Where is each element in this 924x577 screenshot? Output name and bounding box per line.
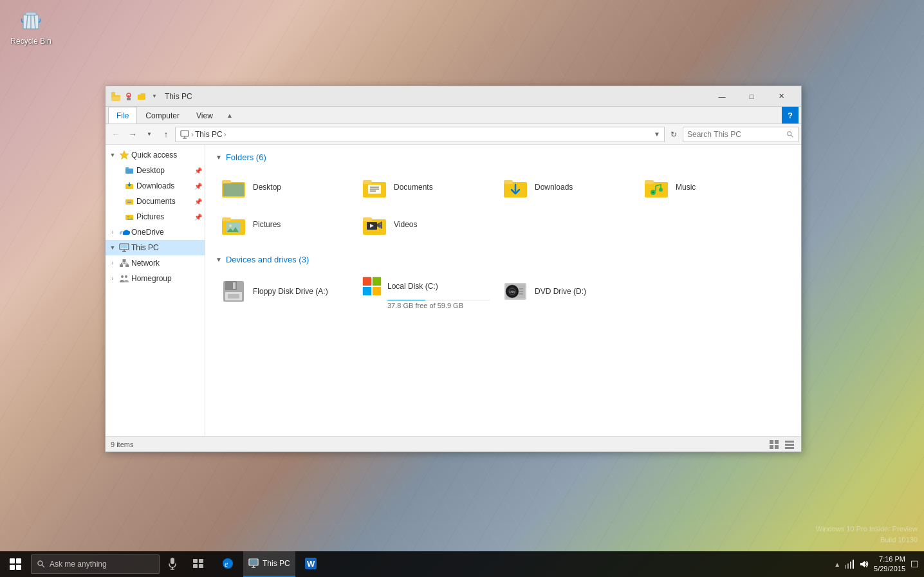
folders-expand-btn[interactable]: ▼: [216, 154, 222, 161]
taskbar-search[interactable]: Ask me anything: [31, 554, 160, 574]
pictures-folder-label: Pictures: [253, 220, 281, 229]
svg-point-55: [652, 192, 654, 194]
address-this-pc[interactable]: This PC: [195, 130, 223, 139]
sidebar-item-this-pc[interactable]: ▼ This PC: [106, 240, 205, 255]
tab-view[interactable]: View: [188, 107, 221, 124]
maximize-button[interactable]: □: [737, 86, 766, 107]
ribbon-collapse-btn[interactable]: ▲: [221, 107, 238, 124]
svg-rect-52: [645, 182, 668, 197]
quick-access-icon: [118, 149, 130, 161]
dvd-drive-icon: DVD: [503, 279, 528, 304]
music-folder-label: Music: [676, 183, 696, 192]
sidebar-item-quick-access[interactable]: ▼ Quick access: [106, 147, 205, 163]
svg-rect-98: [193, 559, 198, 563]
minimize-button[interactable]: —: [707, 86, 737, 107]
tab-file[interactable]: File: [108, 107, 137, 124]
edge-icon: e: [221, 557, 234, 570]
search-box[interactable]: [683, 127, 799, 142]
up-button[interactable]: ↑: [158, 127, 174, 142]
start-button[interactable]: [0, 551, 31, 577]
file-explorer-icon: [111, 91, 121, 102]
svg-rect-113: [853, 560, 854, 569]
sidebar-item-network[interactable]: › Network: [106, 255, 205, 271]
this-pc-label: This PC: [131, 243, 202, 252]
folder-pictures[interactable]: Pictures: [216, 207, 354, 242]
svg-rect-82: [519, 288, 523, 289]
refresh-button[interactable]: ↻: [666, 127, 681, 142]
this-pc-icon: [118, 242, 130, 253]
recent-locations-button[interactable]: ▼: [142, 127, 157, 142]
folder-documents[interactable]: Documents: [356, 170, 495, 205]
ribbon-tabs: File Computer View ▲ ?: [106, 107, 801, 124]
pictures-folder-icon: [124, 211, 135, 223]
folder-music[interactable]: Music: [638, 170, 777, 205]
address-bar[interactable]: › This PC › ▼: [175, 127, 665, 142]
close-button[interactable]: ✕: [766, 86, 796, 107]
sidebar-item-documents[interactable]: Documents 📌: [106, 194, 205, 209]
taskbar-word-button[interactable]: W: [297, 551, 325, 577]
drive-local-c[interactable]: Local Disk (C:) 37.8 GB free of 59.9 GB: [356, 272, 495, 313]
svg-rect-72: [363, 277, 371, 286]
documents-folder-icon-large: [362, 174, 387, 200]
drive-floppy[interactable]: Floppy Disk Drive (A:): [216, 272, 354, 311]
details-view-btn[interactable]: [783, 438, 796, 451]
task-view-button[interactable]: [185, 551, 211, 577]
address-dropdown-btn[interactable]: ▼: [654, 131, 660, 138]
computer-icon: [180, 129, 190, 140]
sidebar-item-downloads[interactable]: Downloads 📌: [106, 178, 205, 194]
desktop-folder-label: Desktop: [253, 183, 281, 192]
network-status-icon[interactable]: [844, 559, 855, 569]
svg-rect-110: [845, 565, 846, 569]
sidebar-item-desktop[interactable]: Desktop 📌: [106, 163, 205, 178]
homegroup-expand[interactable]: ›: [108, 274, 117, 283]
sidebar-item-onedrive[interactable]: › OneDrive: [106, 224, 205, 240]
windows-logo-icon: [10, 558, 21, 570]
folder-icon-small: [136, 91, 147, 102]
drives-header-label: Devices and drives (3): [226, 255, 309, 264]
quick-access-dropdown[interactable]: ▼: [149, 91, 160, 102]
search-input[interactable]: [687, 130, 784, 139]
volume-icon[interactable]: [858, 559, 869, 569]
folder-desktop[interactable]: Desktop: [216, 170, 354, 205]
sidebar-item-pictures[interactable]: Pictures 📌: [106, 209, 205, 224]
folder-videos[interactable]: Videos: [356, 207, 495, 242]
taskbar-clock[interactable]: 7:16 PM 5/29/2015: [874, 554, 905, 574]
help-button[interactable]: ?: [782, 107, 799, 124]
network-expand[interactable]: ›: [108, 259, 117, 268]
drives-expand-btn[interactable]: ▼: [216, 256, 222, 263]
status-view-controls: [768, 438, 796, 451]
taskbar-this-pc-button[interactable]: This PC: [243, 551, 295, 577]
show-hidden-icons-btn[interactable]: ▲: [834, 561, 840, 568]
svg-rect-87: [775, 440, 779, 444]
recycle-bin-icon[interactable]: Recycle Bin: [5, 3, 57, 46]
folder-downloads[interactable]: Downloads: [497, 170, 636, 205]
documents-folder-label: Documents: [394, 183, 433, 192]
sidebar-item-homegroup[interactable]: › Homegroup: [106, 271, 205, 286]
svg-marker-17: [120, 151, 129, 160]
forward-button[interactable]: →: [125, 127, 140, 142]
large-icons-view-btn[interactable]: [768, 438, 781, 451]
title-bar: ▼ This PC — □ ✕: [106, 86, 801, 107]
svg-rect-29: [121, 245, 127, 248]
cortana-mic-button[interactable]: [160, 551, 185, 577]
back-button[interactable]: ←: [108, 127, 124, 142]
drive-dvd[interactable]: DVD DVD Drive (D:): [497, 272, 636, 311]
svg-text:DVD: DVD: [510, 290, 515, 293]
action-center-button[interactable]: ☐: [910, 559, 919, 569]
onedrive-expand[interactable]: ›: [108, 228, 117, 237]
file-pane: ▼ Folders (6) Desktop: [205, 145, 801, 436]
svg-rect-71: [228, 294, 239, 298]
quick-access-expand[interactable]: ▼: [108, 151, 117, 160]
properties-icon[interactable]: [124, 91, 134, 102]
navigation-bar: ← → ▼ ↑ › This PC › ▼ ↻: [106, 124, 801, 145]
ribbon: File Computer View ▲ ?: [106, 107, 801, 124]
dvd-drive-label: DVD Drive (D:): [535, 287, 586, 296]
svg-rect-7: [111, 95, 120, 97]
taskbar-search-placeholder: Ask me anything: [50, 560, 107, 569]
tab-computer[interactable]: Computer: [137, 107, 188, 124]
this-pc-expand[interactable]: ▼: [108, 243, 117, 252]
drives-section-header: ▼ Devices and drives (3): [216, 255, 791, 264]
svg-point-38: [121, 275, 124, 278]
taskbar-edge-button[interactable]: e: [214, 551, 242, 577]
svg-rect-84: [519, 293, 523, 295]
